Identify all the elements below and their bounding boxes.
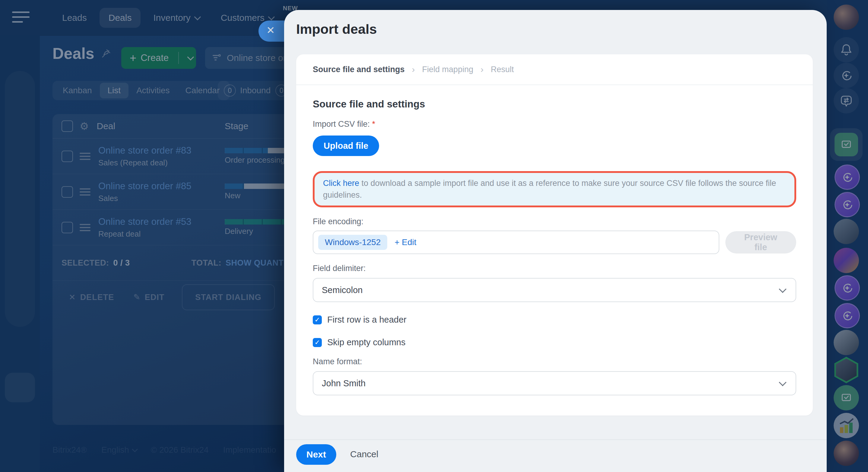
name-format-value: John Smith: [322, 379, 366, 388]
click-here-link[interactable]: Click here: [323, 179, 359, 188]
first-row-header-label: First row is a header: [327, 315, 407, 325]
encoding-value-tag[interactable]: Windows-1252: [318, 235, 387, 250]
wizard-step[interactable]: Result ›: [491, 65, 514, 74]
checkbox-check-icon: ✓: [313, 315, 322, 324]
modal-title: Import deals: [296, 22, 827, 37]
delimiter-select[interactable]: Semicolon: [313, 278, 796, 302]
next-button[interactable]: Next: [296, 444, 336, 465]
sample-file-callout: Click here to download a sample import f…: [313, 171, 796, 207]
name-format-select[interactable]: John Smith: [313, 371, 796, 395]
close-x-icon: ✕: [266, 24, 275, 36]
step-label: Source file and settings: [313, 65, 405, 74]
import-deals-modal: Import deals Source file and settings › …: [284, 10, 827, 472]
wizard-step[interactable]: Source file and settings ›: [313, 64, 422, 75]
delimiter-label: Field delimiter:: [313, 264, 796, 273]
wizard-card: Source file and settings › Field mapping…: [296, 54, 813, 416]
checkbox-check-icon: ✓: [313, 338, 322, 347]
required-asterisk: *: [372, 119, 375, 128]
preview-file-button[interactable]: Preview file: [725, 231, 796, 254]
delimiter-value: Semicolon: [322, 285, 363, 295]
chevron-down-icon: [779, 285, 786, 293]
upload-file-button[interactable]: Upload file: [313, 136, 379, 156]
step-chevron-icon: ›: [480, 64, 484, 75]
csv-file-label: Import CSV file: *: [313, 119, 796, 129]
skip-empty-columns-label: Skip empty columns: [327, 337, 406, 347]
cancel-button[interactable]: Cancel: [348, 449, 380, 460]
skip-empty-columns-checkbox[interactable]: ✓ Skip empty columns: [313, 337, 406, 347]
chevron-down-icon: [779, 379, 786, 386]
step-label: Field mapping: [422, 65, 473, 74]
edit-encoding-link[interactable]: + Edit: [395, 237, 416, 247]
encoding-field[interactable]: Windows-1252 + Edit: [313, 231, 719, 254]
step-label: Result: [491, 65, 514, 74]
first-row-header-checkbox[interactable]: ✓ First row is a header: [313, 315, 407, 325]
modal-footer: Next Cancel: [284, 439, 827, 468]
name-format-label: Name format:: [313, 357, 796, 366]
callout-text: to download a sample import file and use…: [323, 179, 776, 200]
step-chevron-icon: ›: [412, 64, 415, 75]
wizard-steps: Source file and settings › Field mapping…: [296, 54, 813, 85]
csv-label-text: Import CSV file:: [313, 119, 370, 128]
app-window: Leads Deals Inventory Customers: [0, 0, 868, 472]
section-title: Source file and settings: [313, 98, 796, 110]
encoding-label: File encoding:: [313, 217, 796, 226]
wizard-step[interactable]: Field mapping ›: [422, 64, 491, 75]
